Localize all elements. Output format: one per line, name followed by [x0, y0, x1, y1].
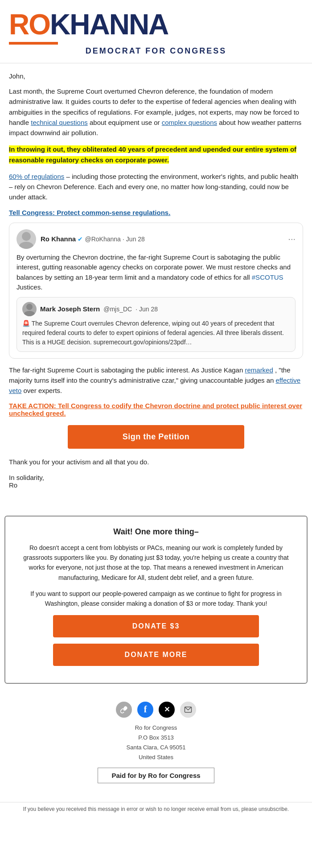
p4-end: over experts.	[24, 387, 62, 394]
donation-box: Wait! One more thing– Ro doesn't accept …	[4, 516, 308, 684]
nested-tweet-body: 🚨 The Supreme Court overrules Chevron de…	[22, 319, 290, 347]
tweet-author-info: Ro Khanna ✔ @RoKhanna · Jun 28	[41, 235, 145, 243]
header: RO KHANNA DEMOCRAT FOR CONGRESS	[0, 0, 312, 58]
svg-point-1	[19, 242, 33, 249]
footer-address1: P.O Box 3513	[4, 733, 308, 743]
highlight-paragraph: In throwing it out, they obliterated 40 …	[9, 144, 303, 165]
salutation: John,	[9, 72, 303, 80]
cta-link[interactable]: TAKE ACTION: Tell Congress to codify the…	[9, 402, 303, 417]
tweet-header: Ro Khanna ✔ @RoKhanna · Jun 28 ···	[16, 229, 296, 249]
svg-point-0	[22, 232, 31, 241]
tweet-more-icon[interactable]: ···	[288, 234, 296, 244]
highlighted-text: In throwing it out, they obliterated 40 …	[9, 145, 296, 163]
footer-address3: United States	[4, 752, 308, 762]
logo-khanna: KHANNA	[50, 8, 168, 41]
paid-for-text: Paid for by Ro for Congress	[111, 772, 200, 779]
footer-address2: Santa Clara, CA 95051	[4, 743, 308, 752]
link-complex[interactable]: complex questions	[162, 119, 217, 126]
footer: f ✕ Ro for Congress P.O Box 3513 Santa C…	[0, 693, 312, 798]
tweet-body-end: Justices.	[16, 283, 42, 291]
paragraph4: The far-right Supreme Court is sabotagin…	[9, 365, 303, 396]
footer-org: Ro for Congress	[4, 723, 308, 733]
tweet-handle: @RoKhanna	[85, 236, 121, 243]
link-technical[interactable]: technical questions	[31, 119, 88, 126]
tweet-date: · Jun 28	[123, 236, 145, 243]
header-divider	[0, 63, 312, 63]
sign-off: In solidarity, Ro	[9, 474, 303, 489]
tweet-name-row: Ro Khanna ✔ @RoKhanna · Jun 28	[41, 235, 145, 243]
sign-off-line2: Ro	[9, 481, 303, 489]
p4-start: The far-right Supreme Court is sabotagin…	[9, 366, 243, 374]
link-icon[interactable]	[116, 702, 132, 718]
tweet-author-name: Ro Khanna	[41, 235, 76, 243]
tell-congress-link[interactable]: Tell Congress: Protect common-sense regu…	[9, 209, 170, 216]
tweet-body-text: By overturning the Chevron doctrine, the…	[16, 253, 291, 281]
facebook-icon[interactable]: f	[137, 702, 153, 718]
nested-tweet: Mark Joseph Stern @mjs_DC · Jun 28 🚨 The…	[16, 297, 296, 352]
donate-3-button[interactable]: DONATE $3	[53, 615, 259, 637]
paid-for-box: Paid for by Ro for Congress	[98, 768, 214, 783]
mail-icon[interactable]	[180, 702, 196, 718]
avatar	[16, 229, 36, 249]
tweet-hashtag[interactable]: #SCOTUS	[252, 273, 283, 281]
logo-ro: RO	[9, 8, 50, 41]
tweet-card: Ro Khanna ✔ @RoKhanna · Jun 28 ··· By ov…	[9, 223, 303, 359]
svg-point-2	[26, 304, 33, 310]
tweet-body: By overturning the Chevron doctrine, the…	[16, 252, 296, 293]
footer-address: Ro for Congress P.O Box 3513 Santa Clara…	[4, 723, 308, 762]
logo-underline	[9, 42, 58, 45]
link-remarked[interactable]: remarked	[245, 366, 273, 374]
donate-more-button[interactable]: DONATE MORE	[53, 644, 259, 666]
box-title: Wait! One more thing–	[19, 527, 293, 537]
nested-author-name: Mark Joseph Stern	[40, 305, 100, 313]
verified-icon: ✔	[78, 236, 83, 243]
email-content: John, Last month, the Supreme Court over…	[0, 68, 312, 507]
paragraph3: 60% of regulations – including those pro…	[9, 171, 303, 203]
thanks-text: Thank you for your activism and all that…	[9, 457, 303, 467]
nested-author-handle: @mjs_DC	[103, 306, 132, 313]
nested-tweet-date: · Jun 28	[135, 306, 158, 313]
logo-subtitle: DEMOCRAT FOR CONGRESS	[86, 46, 227, 55]
link-60pct[interactable]: 60% of regulations	[9, 173, 64, 180]
p1-mid: about equipment use or	[90, 119, 160, 126]
tweet-user: Ro Khanna ✔ @RoKhanna · Jun 28	[16, 229, 145, 249]
nested-avatar	[22, 302, 37, 316]
paragraph1: Last month, the Supreme Court overturned…	[9, 86, 303, 138]
nested-tweet-header: Mark Joseph Stern @mjs_DC · Jun 28	[22, 302, 290, 316]
box-text2: If you want to support our people-powere…	[19, 589, 293, 609]
sign-petition-button[interactable]: Sign the Petition	[68, 425, 244, 449]
unsubscribe-text: If you believe you received this message…	[0, 802, 312, 816]
svg-point-3	[24, 311, 35, 316]
box-text1: Ro doesn't accept a cent from lobbyists …	[19, 543, 293, 583]
sign-off-line1: In solidarity,	[9, 474, 303, 481]
x-icon[interactable]: ✕	[159, 702, 175, 718]
social-icons: f ✕	[4, 702, 308, 718]
